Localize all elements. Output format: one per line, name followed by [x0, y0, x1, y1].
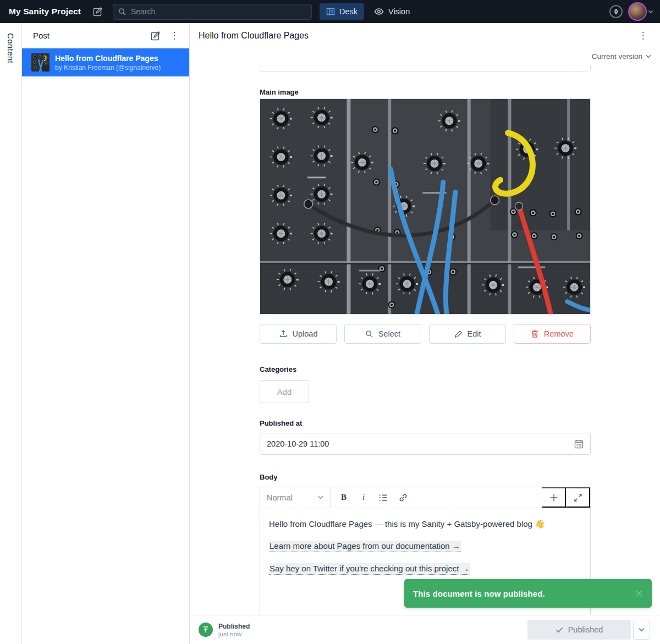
notifications-badge[interactable]: 0	[609, 5, 623, 18]
post-list-actions: ⋮	[147, 27, 183, 44]
search-icon	[118, 8, 127, 16]
published-at-value: 2020-10-29 11:00	[267, 439, 329, 448]
post-list-title: Post	[33, 31, 50, 40]
link-button[interactable]	[394, 489, 412, 506]
pencil-icon	[454, 330, 463, 338]
footer-actions: Published	[527, 620, 650, 640]
body-paragraph[interactable]: Hello from Cloudflare Pages — this is my…	[269, 519, 581, 530]
remove-label: Remove	[544, 329, 574, 338]
chevron-down-icon	[318, 496, 323, 499]
tool-tabs: Desk Vision	[320, 3, 416, 20]
main-image-label: Main image	[260, 88, 591, 96]
insert-block-button[interactable]	[542, 487, 566, 508]
link-icon	[399, 493, 408, 502]
version-label: Current version	[592, 52, 642, 60]
published-at-label: Published at	[260, 419, 591, 427]
sanity-studio-app: My Sanity Project Desk Visi	[0, 0, 660, 644]
search-icon	[365, 330, 373, 338]
toast-close-button[interactable]	[635, 590, 643, 597]
rail-label: Content	[6, 33, 15, 644]
fullscreen-button[interactable]	[566, 487, 590, 508]
plus-icon	[549, 493, 558, 502]
select-button[interactable]: Select	[344, 324, 421, 344]
expand-icon	[574, 494, 582, 502]
tab-vision[interactable]: Vision	[367, 3, 416, 20]
upload-button[interactable]: Upload	[260, 324, 337, 344]
body-paragraph-link[interactable]: Say hey on Twitter if you're checking ou…	[269, 563, 581, 574]
style-selector[interactable]: Normal	[260, 487, 331, 508]
main-image-preview[interactable]	[260, 98, 591, 315]
document-form-scroll[interactable]: Main image	[190, 65, 660, 615]
topbar-right: 0	[609, 2, 653, 21]
calendar-icon[interactable]	[574, 439, 584, 449]
document-header: Hello from Cloudflare Pages ⋮ Current ve…	[190, 23, 660, 65]
remove-button[interactable]: Remove	[514, 324, 591, 344]
version-selector[interactable]: Current version	[592, 52, 651, 60]
add-category-button[interactable]: Add	[260, 380, 309, 403]
main-shell: Content Post ⋮	[0, 23, 660, 644]
list-item[interactable]: Hello from Cloudflare Pages by Kristian …	[22, 48, 189, 76]
project-title: My Sanity Project	[9, 7, 81, 16]
tab-desk[interactable]: Desk	[320, 3, 364, 20]
body-label: Body	[260, 473, 591, 481]
publish-menu-button[interactable]	[633, 620, 650, 640]
status-time: just now	[218, 631, 250, 637]
document-pane: Hello from Cloudflare Pages ⋮ Current ve…	[190, 23, 660, 644]
bullet-list-icon	[379, 494, 388, 502]
document-title: Hello from Cloudflare Pages	[199, 31, 309, 41]
pencil-square-icon	[93, 7, 103, 16]
tab-desk-label: Desk	[339, 7, 358, 16]
kebab-icon: ⋮	[170, 31, 179, 40]
chevron-down-icon	[639, 628, 645, 632]
desk-panes-icon	[326, 7, 335, 16]
search-input[interactable]	[131, 7, 306, 16]
published-status: Published just now	[218, 623, 250, 637]
editor-toolbar: Normal B i	[260, 487, 590, 508]
published-status-icon	[199, 623, 213, 637]
italic-button[interactable]: i	[355, 489, 372, 506]
post-list-pane: Post ⋮	[22, 23, 190, 644]
publish-button-label: Published	[568, 625, 603, 634]
publish-icon	[201, 625, 210, 634]
check-icon	[556, 627, 563, 633]
tab-vision-label: Vision	[388, 7, 410, 16]
document-footer: Published just now Published	[190, 615, 660, 644]
kebab-icon: ⋮	[639, 31, 648, 40]
list-item-thumbnail	[31, 53, 50, 71]
body-paragraph-link[interactable]: Learn more about Pages from our document…	[269, 541, 581, 552]
upload-icon	[279, 329, 288, 338]
toast-message: This document is now published.	[413, 589, 545, 598]
mark-buttons: B i	[331, 487, 542, 508]
close-icon	[635, 590, 643, 597]
new-document-button[interactable]	[147, 27, 164, 44]
synthesizer-photo	[260, 99, 590, 314]
eye-icon	[374, 7, 384, 16]
select-label: Select	[378, 329, 400, 338]
content-rail[interactable]: Content	[0, 23, 22, 644]
search-bar[interactable]	[113, 4, 312, 20]
document-menu-button[interactable]: ⋮	[635, 27, 651, 44]
user-menu[interactable]	[628, 2, 653, 21]
style-value: Normal	[267, 493, 293, 502]
compose-icon	[151, 31, 161, 41]
edit-label: Edit	[468, 329, 481, 338]
post-list-header: Post ⋮	[22, 23, 189, 48]
publish-button[interactable]: Published	[527, 620, 631, 640]
trash-icon	[531, 329, 539, 338]
image-actions: Upload Select Edit	[260, 324, 591, 344]
published-at-input[interactable]: 2020-10-29 11:00	[260, 433, 591, 455]
categories-label: Categories	[260, 365, 591, 373]
list-menu-button[interactable]: ⋮	[166, 27, 183, 44]
slug-generate-cell[interactable]	[570, 65, 590, 71]
list-item-title: Hello from Cloudflare Pages	[55, 54, 161, 63]
list-item-meta: Hello from Cloudflare Pages by Kristian …	[55, 54, 161, 71]
bold-button[interactable]: B	[335, 489, 353, 506]
top-navbar: My Sanity Project Desk Visi	[0, 0, 660, 23]
chevron-down-icon	[648, 9, 653, 14]
chevron-down-icon	[646, 54, 651, 58]
edit-project-icon[interactable]	[93, 7, 103, 16]
upload-label: Upload	[293, 329, 318, 338]
edit-button[interactable]: Edit	[429, 324, 506, 344]
bullet-list-button[interactable]	[375, 489, 392, 506]
slug-field-partial[interactable]	[260, 65, 591, 71]
